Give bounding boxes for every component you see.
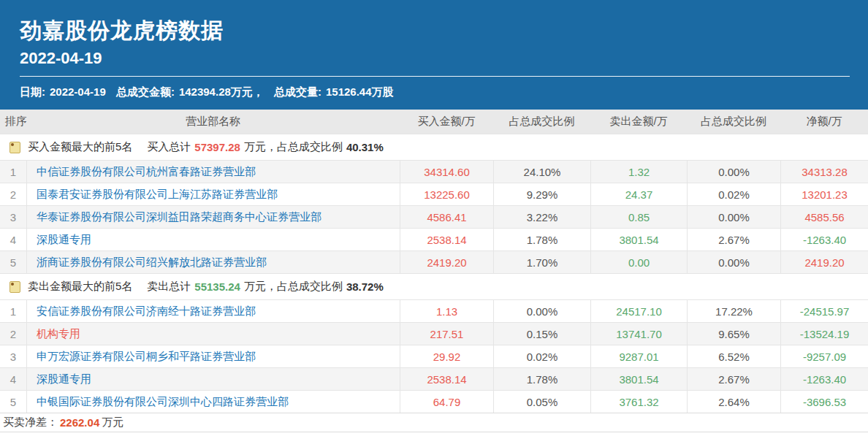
sell-ratio-cell: 0.00% bbox=[687, 250, 780, 273]
sell-amount-cell: 0.85 bbox=[590, 205, 687, 228]
net-amount-cell: -9257.09 bbox=[780, 345, 868, 367]
branch-name-link[interactable]: 安信证券股份有限公司济南经十路证券营业部 bbox=[26, 299, 400, 322]
branch-name-link[interactable]: 申万宏源证券有限公司桐乡和平路证券营业部 bbox=[26, 345, 400, 367]
section-total-value: 57397.28 bbox=[194, 141, 240, 153]
section-total-value: 55135.24 bbox=[194, 280, 240, 293]
note-icon bbox=[9, 281, 20, 293]
buy-ratio-cell: 1.78% bbox=[493, 367, 590, 390]
branch-name-link[interactable]: 国泰君安证券股份有限公司上海江苏路证券营业部 bbox=[26, 183, 400, 205]
rank-cell: 3 bbox=[0, 345, 26, 367]
app-header: 劲嘉股份龙虎榜数据 2022-04-19 日期:2022-04-19 总成交金额… bbox=[0, 0, 868, 110]
column-header-sell-amount: 卖出金额/万 bbox=[590, 110, 687, 134]
buy-amount-cell: 2419.20 bbox=[400, 250, 493, 273]
net-diff-label: 买卖净差： bbox=[3, 416, 58, 429]
section-total-unit: 万元， bbox=[244, 140, 277, 154]
summary-amount-value: 142394.28万元， bbox=[179, 85, 264, 98]
buy-ratio-cell: 0.02% bbox=[493, 345, 590, 367]
rank-cell: 1 bbox=[0, 160, 26, 183]
rank-cell: 5 bbox=[0, 390, 26, 413]
summary-date-value: 2022-04-19 bbox=[50, 85, 106, 98]
buy-ratio-cell: 0.05% bbox=[493, 390, 590, 413]
buy-amount-cell: 4586.41 bbox=[400, 205, 493, 228]
summary-volume-value: 15126.44万股 bbox=[326, 85, 394, 98]
section-title: 买入金额最大的前5名 bbox=[28, 140, 132, 154]
buy-amount-cell: 1.13 bbox=[400, 299, 493, 322]
net-amount-cell: -1263.40 bbox=[780, 228, 868, 250]
branch-name-link[interactable]: 深股通专用 bbox=[26, 367, 400, 390]
sell-amount-cell: 3761.32 bbox=[590, 390, 687, 413]
sell-ratio-cell: 2.67% bbox=[687, 367, 780, 390]
sell-ratio-cell: 9.65% bbox=[687, 322, 780, 345]
buy-amount-cell: 2538.14 bbox=[400, 228, 493, 250]
rank-cell: 4 bbox=[0, 367, 26, 390]
branch-name-text: 机构专用 bbox=[26, 322, 400, 345]
buy-ratio-cell: 0.00% bbox=[493, 299, 590, 322]
net-diff-unit: 万元 bbox=[102, 416, 123, 429]
branch-name-link[interactable]: 深股通专用 bbox=[26, 228, 400, 250]
branch-name-link[interactable]: 浙商证券股份有限公司绍兴解放北路证券营业部 bbox=[26, 250, 400, 273]
buy-ratio-cell: 1.70% bbox=[493, 250, 590, 273]
lhb-table: 排序营业部名称买入金额/万占总成交比例卖出金额/万占总成交比例净额/万买入金额最… bbox=[0, 110, 868, 432]
section-total-label: 买入总计 bbox=[147, 140, 191, 154]
branch-name-link[interactable]: 华泰证券股份有限公司深圳益田路荣超商务中心证券营业部 bbox=[26, 205, 400, 228]
sell-amount-cell: 24.37 bbox=[590, 183, 687, 205]
rank-cell: 2 bbox=[0, 322, 26, 345]
sell-ratio-cell: 0.00% bbox=[687, 205, 780, 228]
net-amount-cell: -13524.19 bbox=[780, 322, 868, 345]
summary-amount-label: 总成交金额: bbox=[116, 85, 175, 98]
column-header-sell-ratio: 占总成交比例 bbox=[687, 110, 780, 134]
buy-amount-cell: 2538.14 bbox=[400, 367, 493, 390]
page-title: 劲嘉股份龙虎榜数据 bbox=[20, 18, 850, 44]
sell-ratio-cell: 0.02% bbox=[687, 183, 780, 205]
page-date: 2022-04-19 bbox=[20, 49, 850, 68]
branch-name-link[interactable]: 中信证券股份有限公司杭州富春路证券营业部 bbox=[26, 160, 400, 183]
buy-ratio-cell: 0.15% bbox=[493, 322, 590, 345]
sell-ratio-cell: 17.22% bbox=[687, 299, 780, 322]
column-header-buy-ratio: 占总成交比例 bbox=[493, 110, 590, 134]
section-total-label: 卖出总计 bbox=[147, 280, 191, 294]
net-amount-cell: 13201.23 bbox=[780, 183, 868, 205]
net-amount-cell: 34313.28 bbox=[780, 160, 868, 183]
rank-cell: 2 bbox=[0, 183, 26, 205]
net-amount-cell: -3696.53 bbox=[780, 390, 868, 413]
buy-amount-cell: 34314.60 bbox=[400, 160, 493, 183]
section-ratio-value: 38.72% bbox=[346, 280, 384, 293]
rank-cell: 3 bbox=[0, 205, 26, 228]
summary-date-label: 日期: bbox=[20, 85, 45, 98]
section-header-buy: 买入金额最大的前5名买入总计57397.28万元，占总成交比例40.31% bbox=[0, 134, 868, 160]
sell-amount-cell: 0.00 bbox=[590, 250, 687, 273]
sell-ratio-cell: 2.67% bbox=[687, 228, 780, 250]
sell-ratio-cell: 2.64% bbox=[687, 390, 780, 413]
summary-bar: 日期:2022-04-19 总成交金额:142394.28万元， 总成交量:15… bbox=[20, 77, 850, 99]
buy-ratio-cell: 24.10% bbox=[493, 160, 590, 183]
net-amount-cell: -24515.97 bbox=[780, 299, 868, 322]
branch-name-link[interactable]: 中银国际证券股份有限公司深圳中心四路证券营业部 bbox=[26, 390, 400, 413]
sell-amount-cell: 24517.10 bbox=[590, 299, 687, 322]
net-diff-row: 买卖净差： 2262.04 万元 bbox=[0, 413, 868, 432]
sell-amount-cell: 13741.70 bbox=[590, 322, 687, 345]
column-header-buy-amount: 买入金额/万 bbox=[400, 110, 493, 134]
section-header-sell: 卖出金额最大的前5名卖出总计55135.24万元，占总成交比例38.72% bbox=[0, 273, 868, 299]
column-header-net: 净额/万 bbox=[780, 110, 868, 134]
section-title: 卖出金额最大的前5名 bbox=[28, 280, 132, 294]
buy-amount-cell: 217.51 bbox=[400, 322, 493, 345]
net-diff-value: 2262.04 bbox=[60, 416, 99, 429]
section-ratio-label: 占总成交比例 bbox=[277, 140, 343, 154]
buy-ratio-cell: 1.78% bbox=[493, 228, 590, 250]
sell-amount-cell: 1.32 bbox=[590, 160, 687, 183]
rank-cell: 5 bbox=[0, 250, 26, 273]
sell-ratio-cell: 6.52% bbox=[687, 345, 780, 367]
rank-cell: 4 bbox=[0, 228, 26, 250]
sell-amount-cell: 9287.01 bbox=[590, 345, 687, 367]
buy-amount-cell: 13225.60 bbox=[400, 183, 493, 205]
sell-ratio-cell: 0.00% bbox=[687, 160, 780, 183]
sell-amount-cell: 3801.54 bbox=[590, 228, 687, 250]
note-icon bbox=[9, 142, 20, 153]
buy-ratio-cell: 3.22% bbox=[493, 205, 590, 228]
buy-amount-cell: 64.79 bbox=[400, 390, 493, 413]
buy-amount-cell: 29.92 bbox=[400, 345, 493, 367]
sell-amount-cell: 3801.54 bbox=[590, 367, 687, 390]
net-amount-cell: -1263.40 bbox=[780, 367, 868, 390]
rank-cell: 1 bbox=[0, 299, 26, 322]
net-amount-cell: 4585.56 bbox=[780, 205, 868, 228]
